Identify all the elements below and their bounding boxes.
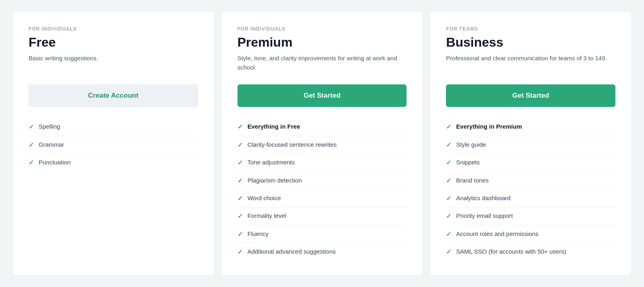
- plan-tier-free: FOR INDIVIDUALS: [29, 26, 198, 32]
- check-icon: ✓: [446, 230, 451, 239]
- feature-text: Additional advanced suggestions: [248, 247, 336, 256]
- list-item: ✓Brand tones: [446, 172, 615, 190]
- plan-name-free: Free: [29, 35, 198, 50]
- plan-tier-business: FOR TEAMS: [446, 26, 615, 32]
- list-item: ✓Additional advanced suggestions: [237, 243, 407, 260]
- feature-text: Style guide: [456, 140, 486, 149]
- cta-button-business[interactable]: Get Started: [446, 84, 615, 107]
- check-icon: ✓: [237, 212, 243, 221]
- feature-text: Brand tones: [456, 176, 489, 184]
- list-item: ✓Grammar: [29, 136, 198, 154]
- features-list-business: ✓Everything in Premium✓Style guide✓Snipp…: [446, 118, 615, 260]
- check-icon: ✓: [29, 141, 34, 150]
- check-icon: ✓: [446, 194, 451, 203]
- list-item: ✓Plagiarism detection: [237, 172, 407, 190]
- list-item: ✓SAML SSO (for accounts with 50+ users): [446, 243, 615, 260]
- check-icon: ✓: [446, 248, 451, 256]
- plan-tier-premium: FOR INDIVIDUALS: [237, 26, 407, 32]
- list-item: ✓Fluency: [237, 226, 407, 243]
- check-icon: ✓: [237, 230, 243, 239]
- check-icon: ✓: [237, 194, 243, 203]
- list-item: ✓Style guide: [446, 136, 615, 154]
- features-list-premium: ✓Everything in Free✓Clarity-focused sent…: [237, 118, 407, 260]
- feature-text: Word choice: [248, 194, 281, 202]
- cta-button-free[interactable]: Create Account: [29, 84, 198, 107]
- list-item: ✓Spelling: [29, 118, 198, 136]
- check-icon: ✓: [446, 176, 451, 185]
- list-item: ✓Clarity-focused sentence rewrites: [237, 136, 407, 154]
- list-item: ✓Everything in Premium: [446, 118, 615, 136]
- list-item: ✓Tone adjustments: [237, 154, 407, 172]
- plan-description-free: Basic writing suggestions.: [29, 54, 198, 73]
- list-item: ✓Priority email support: [446, 207, 615, 225]
- feature-text: Everything in Premium: [456, 122, 522, 131]
- pricing-card-premium: FOR INDIVIDUALSPremiumStyle, tone, and c…: [221, 11, 423, 275]
- list-item: ✓Account roles and permissions: [446, 226, 615, 243]
- list-item: ✓Word choice: [237, 190, 407, 207]
- feature-text: Analytics dashboard: [456, 194, 510, 202]
- feature-text: Punctuation: [39, 158, 70, 166]
- check-icon: ✓: [446, 141, 451, 150]
- plan-name-business: Business: [446, 35, 615, 50]
- check-icon: ✓: [237, 158, 243, 167]
- pricing-card-free: FOR INDIVIDUALSFreeBasic writing suggest…: [12, 11, 215, 275]
- feature-text: Everything in Free: [248, 122, 300, 131]
- list-item: ✓Everything in Free: [237, 118, 407, 136]
- feature-text: Snippets: [456, 158, 479, 166]
- feature-text: Formality level: [248, 211, 287, 220]
- feature-text: Account roles and permissions: [456, 230, 538, 238]
- pricing-card-business: FOR TEAMSBusinessProfessional and clear …: [429, 11, 632, 275]
- feature-text: Grammar: [39, 140, 64, 149]
- check-icon: ✓: [446, 212, 451, 221]
- check-icon: ✓: [446, 123, 451, 131]
- check-icon: ✓: [237, 123, 243, 131]
- list-item: ✓Analytics dashboard: [446, 190, 615, 207]
- check-icon: ✓: [29, 158, 34, 167]
- feature-text: Priority email support: [456, 211, 513, 220]
- check-icon: ✓: [237, 141, 243, 150]
- check-icon: ✓: [237, 176, 243, 185]
- check-icon: ✓: [29, 123, 34, 131]
- list-item: ✓Punctuation: [29, 154, 198, 171]
- list-item: ✓Snippets: [446, 154, 615, 172]
- feature-text: SAML SSO (for accounts with 50+ users): [456, 247, 566, 256]
- list-item: ✓Formality level: [237, 207, 407, 225]
- feature-text: Clarity-focused sentence rewrites: [248, 140, 337, 149]
- feature-text: Tone adjustments: [248, 158, 295, 166]
- feature-text: Fluency: [248, 230, 269, 238]
- feature-text: Plagiarism detection: [248, 176, 302, 184]
- plan-description-premium: Style, tone, and clarity improvements fo…: [237, 54, 407, 73]
- feature-text: Spelling: [39, 122, 60, 131]
- cta-button-premium[interactable]: Get Started: [237, 84, 407, 107]
- pricing-container: FOR INDIVIDUALSFreeBasic writing suggest…: [12, 11, 632, 275]
- check-icon: ✓: [446, 158, 451, 167]
- features-list-free: ✓Spelling✓Grammar✓Punctuation: [29, 118, 198, 171]
- check-icon: ✓: [237, 248, 243, 256]
- plan-name-premium: Premium: [237, 35, 407, 50]
- plan-description-business: Professional and clear communication for…: [446, 54, 615, 73]
